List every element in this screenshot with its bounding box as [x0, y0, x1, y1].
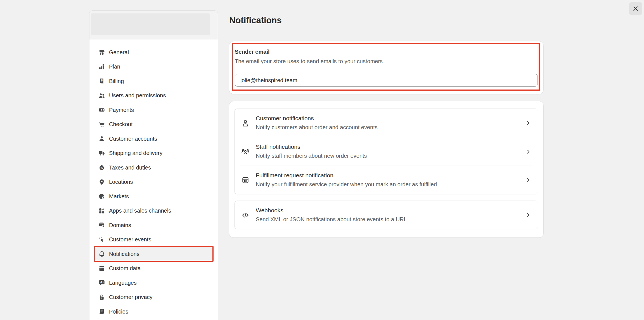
close-button[interactable] [629, 2, 642, 15]
chevron-right-icon [525, 149, 531, 155]
row-fulfillment-request-notification[interactable]: Fulfillment request notification Notify … [235, 166, 538, 194]
link-text: Customer notifications Notify customers … [256, 114, 519, 131]
sidebar-item-label: General [109, 49, 129, 56]
billing-icon [98, 78, 105, 84]
link-description: Notify customers about order and account… [256, 123, 519, 131]
link-title: Customer notifications [256, 114, 519, 122]
code-icon [241, 211, 250, 219]
sidebar-item-label: Taxes and duties [109, 164, 151, 171]
sidebar-item-customer-privacy[interactable]: Customer privacy [94, 291, 213, 304]
link-title: Staff notifications [256, 143, 519, 150]
sidebar-item-domains[interactable]: Domains [94, 218, 213, 232]
sidebar-item-label: Plan [109, 63, 120, 70]
customer-icon [241, 119, 250, 127]
sidebar-item-label: Apps and sales channels [109, 208, 171, 214]
sidebar-item-notifications[interactable]: Notifications [94, 247, 213, 261]
sidebar-item-checkout[interactable]: Checkout [94, 118, 213, 131]
apps-icon [98, 208, 105, 214]
checkout-icon [98, 121, 105, 128]
sidebar-item-customer-events[interactable]: Customer events [94, 233, 213, 246]
link-description: Send XML or JSON notifications about sto… [256, 215, 519, 223]
sidebar-item-apps-and-sales-channels[interactable]: Apps and sales channels [94, 204, 213, 218]
chevron-right-icon [525, 177, 531, 183]
sidebar-item-label: Billing [109, 78, 124, 84]
sidebar-item-label: Markets [109, 193, 129, 200]
webhooks-card: Webhooks Send XML or JSON notifications … [234, 201, 538, 229]
sidebar-item-customer-accounts[interactable]: Customer accounts [94, 132, 213, 145]
sidebar-item-shipping-and-delivery[interactable]: Shipping and delivery [94, 147, 213, 160]
row-webhooks[interactable]: Webhooks Send XML or JSON notifications … [235, 201, 538, 229]
policies-icon [98, 308, 105, 315]
privacy-icon [98, 294, 105, 301]
locations-icon [98, 179, 105, 185]
sidebar-item-custom-data[interactable]: Custom data [94, 262, 213, 275]
row-customer-notifications[interactable]: Customer notifications Notify customers … [235, 109, 538, 137]
customer-accounts-icon [98, 135, 105, 142]
staff-icon [241, 147, 250, 156]
store-name-placeholder [91, 13, 210, 35]
sidebar-item-label: Customer privacy [109, 294, 153, 300]
sidebar-item-label: Languages [109, 280, 137, 286]
fulfillment-icon [241, 176, 250, 184]
sidebar-header [89, 11, 218, 39]
link-text: Staff notifications Notify staff members… [256, 143, 519, 160]
sidebar-item-label: Checkout [109, 121, 133, 128]
payments-icon [98, 107, 105, 113]
sidebar-item-label: Shipping and delivery [109, 150, 162, 156]
sender-email-heading: Sender email [235, 48, 538, 55]
shipping-icon [98, 150, 105, 157]
sidebar-item-label: Policies [109, 309, 128, 315]
main-content: Notifications Sender email The email you… [229, 0, 543, 237]
link-title: Fulfillment request notification [256, 171, 519, 179]
settings-nav: General Plan Billing Users and permissio… [89, 39, 218, 320]
chevron-right-icon [525, 120, 531, 126]
chevron-right-icon [525, 212, 531, 218]
sender-email-input[interactable] [235, 74, 538, 87]
sidebar-item-label: Customer events [109, 236, 151, 243]
markets-icon [98, 193, 105, 200]
link-text: Fulfillment request notification Notify … [256, 171, 519, 189]
plan-icon [98, 63, 105, 70]
page-title: Notifications [229, 15, 543, 25]
row-staff-notifications[interactable]: Staff notifications Notify staff members… [235, 137, 538, 166]
customer-events-icon [98, 236, 105, 243]
users-icon [98, 92, 105, 99]
sidebar-item-policies[interactable]: Policies [94, 305, 213, 318]
sidebar-item-label: Payments [109, 107, 134, 113]
sidebar-item-label: Notifications [109, 251, 139, 257]
sidebar-item-label: Locations [109, 179, 133, 185]
sidebar-item-locations[interactable]: Locations [94, 175, 213, 189]
close-icon [632, 5, 639, 12]
sidebar-item-label: Users and permissions [109, 92, 166, 99]
domains-icon [98, 222, 105, 229]
notification-links-card: Customer notifications Notify customers … [234, 109, 538, 194]
sidebar-item-label: Custom data [109, 265, 141, 272]
settings-sidebar: General Plan Billing Users and permissio… [89, 11, 218, 320]
languages-icon [98, 279, 105, 286]
link-title: Webhooks [256, 206, 519, 214]
link-description: Notify your fulfillment service provider… [256, 180, 519, 189]
sidebar-item-label: Customer accounts [109, 136, 157, 142]
sidebar-item-markets[interactable]: Markets [94, 190, 213, 203]
sidebar-item-payments[interactable]: Payments [94, 103, 213, 117]
link-description: Notify staff members about new order eve… [256, 152, 519, 160]
sidebar-item-general[interactable]: General [94, 46, 213, 59]
sidebar-item-users-and-permissions[interactable]: Users and permissions [94, 89, 213, 102]
sidebar-item-plan[interactable]: Plan [94, 60, 213, 74]
link-text: Webhooks Send XML or JSON notifications … [256, 206, 519, 223]
custom-data-icon [98, 265, 105, 272]
bell-icon [98, 251, 105, 257]
store-icon [98, 49, 105, 56]
sidebar-item-billing[interactable]: Billing [94, 74, 213, 88]
sender-email-card: Sender email The email your store uses t… [229, 41, 543, 94]
notifications-group-card: Customer notifications Notify customers … [229, 101, 543, 237]
sidebar-item-taxes-and-duties[interactable]: Taxes and duties [94, 161, 213, 174]
sender-email-description: The email your store uses to send emails… [235, 57, 538, 65]
taxes-icon [98, 164, 105, 171]
sidebar-item-label: Domains [109, 222, 131, 229]
sidebar-item-languages[interactable]: Languages [94, 276, 213, 290]
